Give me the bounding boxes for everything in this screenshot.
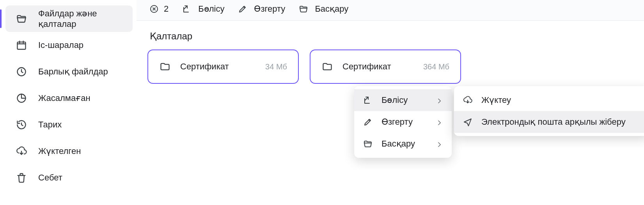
calendar-icon [16,39,27,51]
selection-toolbar: 2 Бөлісу Өзгерту Басқару [137,0,644,21]
manage-button[interactable]: Басқару [298,4,348,14]
sidebar-item-label: Тарих [38,119,62,130]
menu-item-label: Өзгерту [381,117,428,127]
chevron-right-icon [436,97,443,104]
circle-x-icon [149,4,159,14]
context-submenu-share: Жүктеу Электрондық пошта арқылы жіберу [454,86,644,136]
section-title-folders: Қалталар [150,31,633,42]
menu-item-label: Басқару [381,139,428,149]
sidebar-item-label: Жүктелген [38,146,81,157]
chevron-right-icon [436,140,443,147]
sidebar-item-label: Барлық файлдар [38,66,108,77]
trash-icon [16,172,27,184]
sidebar-item-downloaded[interactable]: Жүктелген [5,138,133,164]
sidebar-item-history[interactable]: Тарих [5,111,133,138]
download-cloud-icon [16,145,27,157]
submenu-item-label: Электрондық пошта арқылы жіберу [481,117,640,127]
folder-size: 34 Мб [265,62,287,71]
context-menu: Бөлісу Өзгерту Басқару [354,86,452,158]
download-cloud-icon [463,95,473,105]
sidebar-item-trash[interactable]: Себет [5,164,133,191]
sidebar-item-events[interactable]: Іс-шаралар [5,32,133,58]
folder-size: 364 Мб [423,62,449,71]
share-label: Бөлісу [198,4,224,14]
folder-name: Сертификат [180,62,256,72]
share-button[interactable]: Бөлісу [182,4,224,14]
menu-item-manage[interactable]: Басқару [354,133,452,155]
folder-name: Сертификат [342,62,414,72]
pencil-icon [363,117,373,127]
menu-item-share[interactable]: Бөлісу [354,89,452,111]
main: 2 Бөлісу Өзгерту Басқару Қалталар Сертиф… [137,0,644,205]
menu-item-label: Бөлісу [381,95,428,105]
submenu-item-send-email[interactable]: Электрондық пошта арқылы жіберу [454,111,644,133]
pencil-icon [238,4,248,14]
sidebar-item-label: Файлдар және қалталар [38,8,125,30]
pie-icon [16,92,27,104]
sidebar-item-undone[interactable]: Жасалмаған [5,85,133,111]
sidebar-item-label: Жасалмаған [38,93,90,104]
content-area: Қалталар Сертификат 34 Мб Сертификат 364… [137,21,644,92]
send-icon [463,117,473,127]
clock-icon [16,66,27,78]
folder-card[interactable]: Сертификат 34 Мб [147,49,299,84]
edit-label: Өзгерту [254,4,285,14]
folder-icon [321,61,333,72]
submenu-item-download[interactable]: Жүктеу [454,89,644,111]
folder-card[interactable]: Сертификат 364 Мб [310,49,461,84]
sidebar: Файлдар және қалталар Іс-шаралар Барлық … [0,0,137,205]
share-icon [363,95,373,105]
folder-open-icon [16,13,27,25]
selected-count: 2 [164,4,169,14]
edit-button[interactable]: Өзгерту [238,4,285,14]
sidebar-item-all-files[interactable]: Барлық файлдар [5,58,133,85]
folder-icon [159,61,171,72]
sidebar-item-label: Іс-шаралар [38,40,83,51]
history-icon [16,119,27,131]
sidebar-item-files-folders[interactable]: Файлдар және қалталар [5,5,133,32]
sidebar-item-label: Себет [38,172,62,183]
chevron-right-icon [436,118,443,125]
folder-open-icon [363,139,373,149]
share-icon [182,4,192,14]
clear-selection[interactable]: 2 [149,4,169,14]
folder-open-icon [298,4,309,14]
menu-item-edit[interactable]: Өзгерту [354,111,452,133]
submenu-item-label: Жүктеу [481,95,640,105]
folders-grid: Сертификат 34 Мб Сертификат 364 Мб [147,49,633,84]
manage-label: Басқару [315,4,348,14]
